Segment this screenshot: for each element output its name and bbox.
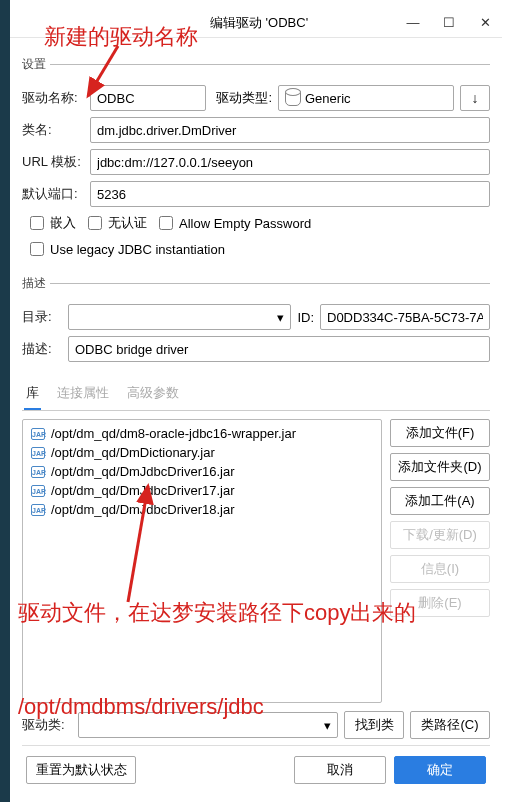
port-input[interactable] [90, 181, 490, 207]
jar-icon: JAR [31, 485, 45, 497]
id-input[interactable] [320, 304, 490, 330]
minimize-icon[interactable]: — [404, 15, 422, 30]
tab-connection-props[interactable]: 连接属性 [55, 380, 111, 410]
classpath-button[interactable]: 类路径(C) [410, 711, 490, 739]
jar-icon: JAR [31, 504, 45, 516]
driverclass-label: 驱动类: [22, 716, 72, 734]
library-list[interactable]: JAR/opt/dm_qd/dm8-oracle-jdbc16-wrapper.… [22, 419, 382, 703]
driver-name-label: 驱动名称: [22, 89, 84, 107]
add-folder-button[interactable]: 添加文件夹(D) [390, 453, 490, 481]
download-button: 下载/更新(D) [390, 521, 490, 549]
add-artifact-button[interactable]: 添加工件(A) [390, 487, 490, 515]
jar-icon: JAR [31, 428, 45, 440]
chevron-down-icon: ▾ [277, 310, 284, 325]
driver-name-input[interactable] [90, 85, 206, 111]
list-item[interactable]: JAR/opt/dm_qd/DmDictionary.jar [25, 443, 379, 462]
desc-label: 描述: [22, 340, 62, 358]
window-title: 编辑驱动 'ODBC' [210, 14, 308, 32]
driver-type-select[interactable]: Generic [278, 85, 454, 111]
tab-library[interactable]: 库 [24, 380, 41, 410]
driver-type-label: 驱动类型: [212, 89, 272, 107]
list-item[interactable]: JAR/opt/dm_qd/DmJdbcDriver16.jar [25, 462, 379, 481]
url-input[interactable] [90, 149, 490, 175]
tab-advanced[interactable]: 高级参数 [125, 380, 181, 410]
dir-label: 目录: [22, 308, 62, 326]
list-item[interactable]: JAR/opt/dm_qd/DmJdbcDriver17.jar [25, 481, 379, 500]
add-file-button[interactable]: 添加文件(F) [390, 419, 490, 447]
ok-button[interactable]: 确定 [394, 756, 486, 784]
driverclass-combo[interactable]: ▾ [78, 712, 338, 738]
description-group: 描述 目录: ▾ ID: 描述: [22, 275, 490, 368]
find-class-button[interactable]: 找到类 [344, 711, 404, 739]
port-label: 默认端口: [22, 185, 84, 203]
tabs: 库 连接属性 高级参数 [22, 380, 490, 411]
description-legend: 描述 [22, 275, 50, 292]
driver-type-reorder-button[interactable]: ↓ [460, 85, 490, 111]
titlebar: 编辑驱动 'ODBC' — ☐ ✕ [10, 8, 502, 38]
jar-icon: JAR [31, 447, 45, 459]
info-button: 信息(I) [390, 555, 490, 583]
jar-icon: JAR [31, 466, 45, 478]
database-icon [285, 90, 301, 106]
noauth-checkbox[interactable]: 无认证 [84, 213, 147, 233]
url-label: URL 模板: [22, 153, 84, 171]
id-label: ID: [297, 310, 314, 325]
maximize-icon[interactable]: ☐ [440, 15, 458, 30]
close-icon[interactable]: ✕ [476, 15, 494, 30]
settings-legend: 设置 [22, 56, 50, 73]
reset-button[interactable]: 重置为默认状态 [26, 756, 136, 784]
desc-input[interactable] [68, 336, 490, 362]
delete-button: 删除(E) [390, 589, 490, 617]
cancel-button[interactable]: 取消 [294, 756, 386, 784]
class-input[interactable] [90, 117, 490, 143]
settings-group: 设置 驱动名称: 驱动类型: Generic ↓ 类名: URL 模板: 默认端… [22, 56, 490, 265]
list-item[interactable]: JAR/opt/dm_qd/DmJdbcDriver18.jar [25, 500, 379, 519]
class-label: 类名: [22, 121, 84, 139]
dir-combo[interactable]: ▾ [68, 304, 291, 330]
allow-empty-password-checkbox[interactable]: Allow Empty Password [155, 213, 311, 233]
chevron-down-icon: ▾ [324, 718, 331, 733]
list-item[interactable]: JAR/opt/dm_qd/dm8-oracle-jdbc16-wrapper.… [25, 424, 379, 443]
legacy-jdbc-checkbox[interactable]: Use legacy JDBC instantiation [26, 239, 225, 259]
embed-checkbox[interactable]: 嵌入 [26, 213, 76, 233]
